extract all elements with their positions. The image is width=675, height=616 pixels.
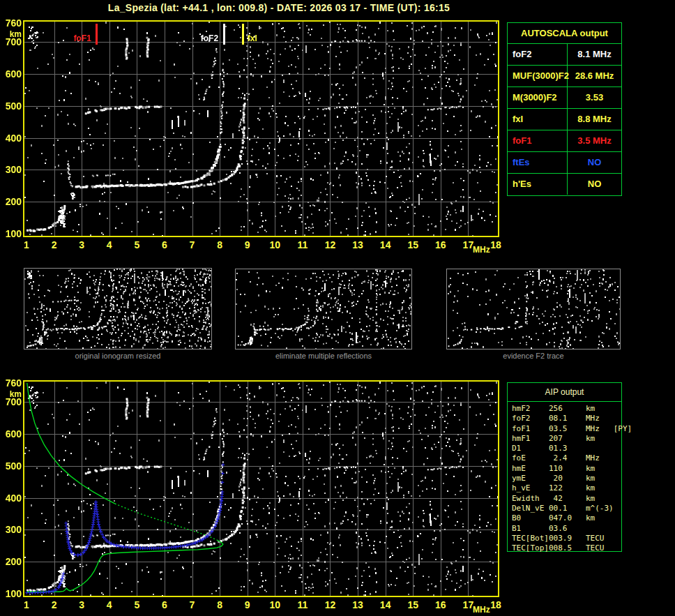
- x-tick-label-8: 8: [209, 240, 230, 250]
- autoscala-row-ftEs: ftEsNO: [508, 152, 621, 174]
- x-tick-label-6: 6: [154, 600, 175, 610]
- aip-row-Ewidth: Ewidth 42 km: [512, 494, 621, 504]
- x-tick-label-14: 14: [375, 600, 396, 610]
- autoscala-row-MUF(3000)F2: MUF(3000)F228.6 MHz: [508, 66, 621, 87]
- autoscala-table: AUTOSCALA output foF28.1 MHzMUF(3000)F22…: [507, 22, 622, 196]
- autoscala-param-name: M(3000)F2: [508, 87, 568, 108]
- autoscala-table-header: AUTOSCALA output: [508, 23, 621, 44]
- aip-row-hmF2: hmF2 256 km: [512, 404, 621, 414]
- aip-table: AIP output hmF2 256 km foF2 08.1 MHz foF…: [507, 382, 622, 552]
- x-tick-label-4: 4: [99, 600, 120, 610]
- autoscala-param-name: foF2: [508, 44, 568, 65]
- autoscala-param-value: 3.5 MHz: [568, 130, 621, 151]
- y-tick-label-200: 200: [0, 197, 22, 206]
- x-tick-label-16: 16: [430, 600, 451, 610]
- x-tick-label-1: 1: [16, 240, 37, 250]
- marker-tick-foF1: [96, 24, 98, 45]
- aip-table-header: AIP output: [508, 383, 621, 402]
- x-tick-label-7: 7: [182, 240, 203, 250]
- aip-row-TEC[Top]: TEC[Top]008.5 TECU: [512, 543, 621, 553]
- y-tick-label-500: 500: [0, 461, 22, 471]
- x-tick-label-2: 2: [44, 240, 65, 250]
- thumbnail-eliminate-reflections: [235, 269, 412, 350]
- thumbnail-caption-evidence: evidence F2 trace: [446, 352, 621, 361]
- aip-row-DelN_vE: DelN_vE 00.1 m^(-3): [512, 504, 621, 513]
- x-tick-label-9: 9: [237, 240, 258, 250]
- x-tick-label-6: 6: [154, 240, 175, 250]
- x-tick-label-11: 11: [292, 240, 313, 250]
- aip-row-h_vE: h_vE 122 km: [512, 483, 621, 493]
- x-tick-label-3: 3: [71, 240, 92, 250]
- x-tick-label-10: 10: [264, 240, 285, 250]
- autoscala-param-value: 8.8 MHz: [568, 109, 621, 130]
- aip-row-foF2: foF2 08.1 MHz: [512, 414, 621, 423]
- x-tick-label-7: 7: [182, 600, 203, 610]
- marker-label-fxl: fxl: [248, 34, 257, 43]
- aip-table-body: hmF2 256 km foF2 08.1 MHz foF1 03.5 MHz …: [508, 402, 621, 553]
- aip-row-foE: foE 2.4 MHz: [512, 453, 621, 463]
- marker-label-foF2: foF2: [176, 34, 218, 43]
- x-tick-label-5: 5: [126, 240, 147, 250]
- autoscala-param-value: NO: [568, 152, 621, 173]
- autoscala-param-value: 8.1 MHz: [568, 44, 621, 65]
- y-axis-unit-label: km: [0, 29, 22, 39]
- x-tick-label-15: 15: [402, 240, 423, 250]
- x-tick-label-11: 11: [292, 600, 313, 610]
- y-tick-label-300: 300: [0, 525, 22, 534]
- autoscala-param-name: MUF(3000)F2: [508, 66, 568, 87]
- y-tick-label-200: 200: [0, 557, 22, 566]
- x-tick-label-15: 15: [402, 600, 423, 610]
- x-tick-label-13: 13: [347, 240, 368, 250]
- x-tick-label-13: 13: [347, 600, 368, 610]
- autoscala-table-body: foF28.1 MHzMUF(3000)F228.6 MHzM(3000)F23…: [508, 44, 621, 195]
- x-tick-label-9: 9: [237, 600, 258, 610]
- marker-tick-foF2: [223, 24, 225, 45]
- ionogram-canvas-bottom: [24, 382, 498, 596]
- autoscala-row-fxI: fxI8.8 MHz: [508, 109, 621, 130]
- y-tick-label-600: 600: [0, 429, 22, 439]
- ionogram-plot-top: foF1foF2fxl: [23, 20, 499, 237]
- x-tick-label-5: 5: [126, 600, 147, 610]
- x-tick-label-16: 16: [430, 240, 451, 250]
- thumbnail-eliminate-reflections-canvas: [236, 269, 411, 349]
- aip-row-foF1: foF1 03.5 MHz [PY]: [512, 424, 621, 434]
- x-tick-label-1: 1: [16, 600, 37, 610]
- x-tick-label-12: 12: [319, 600, 340, 610]
- autoscala-row-h'Es: h'EsNO: [508, 174, 621, 195]
- thumbnail-caption-eliminate: eliminate multiple reflections: [235, 352, 412, 361]
- x-axis-unit-label: MHz: [473, 605, 490, 615]
- x-tick-label-8: 8: [209, 600, 230, 610]
- y-tick-label-500: 500: [0, 101, 22, 111]
- thumbnail-caption-original: original ionogram resized: [24, 352, 212, 361]
- y-tick-label-100: 100: [0, 229, 22, 239]
- y-tick-label-600: 600: [0, 69, 22, 79]
- thumbnail-evidence-f2-canvas: [447, 269, 620, 349]
- x-tick-label-10: 10: [264, 600, 285, 610]
- autoscala-row-M(3000)F2: M(3000)F23.53: [508, 87, 621, 109]
- y-tick-label-760: 760: [0, 18, 22, 28]
- x-tick-label-3: 3: [71, 600, 92, 610]
- y-tick-label-300: 300: [0, 165, 22, 174]
- x-tick-label-4: 4: [99, 240, 120, 250]
- y-axis-unit-label: km: [0, 389, 22, 399]
- y-tick-label-100: 100: [0, 589, 22, 599]
- y-tick-label-400: 400: [0, 133, 22, 143]
- x-tick-label-2: 2: [44, 600, 65, 610]
- autoscala-param-value: 28.6 MHz: [568, 66, 621, 87]
- aip-row-hmE: hmE 110 km: [512, 464, 621, 474]
- y-tick-label-400: 400: [0, 493, 22, 503]
- ionogram-canvas-top: [24, 22, 498, 236]
- ionogram-plot-bottom: [23, 380, 499, 597]
- thumbnail-original-ionogram-canvas: [24, 269, 211, 349]
- autoscala-param-name: fxI: [508, 109, 568, 130]
- autoscala-row-foF1: foF13.5 MHz: [508, 130, 621, 152]
- aip-row-B1: B1 03.6: [512, 524, 621, 534]
- autoscala-param-value: 3.53: [568, 87, 621, 108]
- thumbnail-original-ionogram: [24, 268, 212, 350]
- x-tick-label-12: 12: [319, 240, 340, 250]
- aip-row-TEC[Bot]: TEC[Bot]003.9 TECU: [512, 534, 621, 543]
- autoscala-param-name: foF1: [508, 130, 568, 151]
- aip-row-hmF1: hmF1 207 km: [512, 434, 621, 444]
- aip-row-B0: B0 047.0 km: [512, 513, 621, 523]
- thumbnail-evidence-f2: [446, 269, 621, 350]
